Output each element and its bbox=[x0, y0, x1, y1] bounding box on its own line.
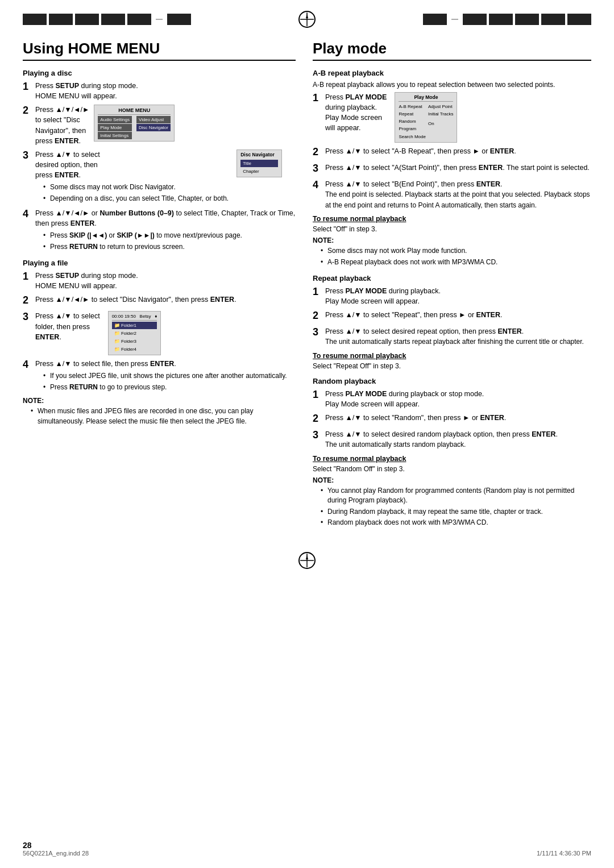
ab-repeat-intro: A-B repeat playback allows you to repeat… bbox=[313, 81, 591, 89]
header-right-boxes bbox=[423, 14, 591, 25]
file-step-num-1: 1 bbox=[23, 269, 35, 291]
rp-step-1: 1 Press PLAY MODE during playback. Play … bbox=[313, 286, 591, 306]
rp-step-num-2: 2 bbox=[313, 309, 325, 323]
step-num-3: 3 bbox=[23, 148, 35, 205]
disc-step-1: 1 Press SETUP during stop mode. HOME MEN… bbox=[23, 81, 296, 101]
disc-nav-screenshot: Disc Navigator Title Chapter bbox=[237, 149, 282, 177]
rand-step-3-content: Press ▲/▼ to select desired random playb… bbox=[325, 429, 591, 450]
playing-file-section: Playing a file 1 Press SETUP during stop… bbox=[23, 259, 296, 426]
file-step-3: 3 Press ▲/▼ to select folder, then press… bbox=[23, 311, 296, 355]
footer-right: 1/11/11 4:36:30 PM bbox=[537, 850, 591, 857]
ab-step-2-content: Press ▲/▼ to select "A-B Repeat", then p… bbox=[325, 146, 591, 159]
left-column: Using HOME MENU Playing a disc 1 Press S… bbox=[23, 40, 296, 529]
ab-note-list: Some discs may not work Play mode functi… bbox=[313, 246, 591, 267]
rp-resume-label: To resume normal playback bbox=[313, 352, 591, 360]
rp-step-num-1: 1 bbox=[313, 285, 325, 306]
disc-step-1-content: Press SETUP during stop mode. HOME MENU … bbox=[35, 81, 296, 101]
file-step-1: 1 Press SETUP during stop mode. HOME MEN… bbox=[23, 271, 296, 291]
ab-step-4-content: Press ▲/▼ to select "B(End Point)", then… bbox=[325, 179, 591, 210]
rp-step-3-content: Press ▲/▼ to select desired repeat optio… bbox=[325, 326, 591, 347]
header-box-6 bbox=[167, 14, 191, 25]
file-nav-screenshot: 00:00 19:50 Betsy ♦ 📁 Folder1 📁 Folder2 … bbox=[108, 311, 161, 355]
header-box-2 bbox=[49, 14, 73, 25]
repeat-playback-section: Repeat playback 1 Press PLAY MODE during… bbox=[313, 274, 591, 370]
ab-step-num-2: 2 bbox=[313, 145, 325, 159]
rand-resume-label: To resume normal playback bbox=[313, 455, 591, 463]
rand-step-2: 2 Press ▲/▼ to select "Random", then pre… bbox=[313, 413, 591, 426]
svg-marker-7 bbox=[306, 555, 308, 559]
right-section-title: Play mode bbox=[313, 40, 591, 61]
header-left-boxes bbox=[23, 14, 191, 25]
main-content: Using HOME MENU Playing a disc 1 Press S… bbox=[0, 34, 614, 540]
header-rbox-3 bbox=[489, 14, 513, 25]
file-step-2-content: Press ▲/▼/◄/► to select "Disc Navigator"… bbox=[35, 294, 296, 308]
ab-step-num-3: 3 bbox=[313, 161, 325, 176]
ab-step-3-content: Press ▲/▼ to select "A(Start Point)", th… bbox=[325, 163, 591, 176]
rand-note-label: NOTE: bbox=[313, 476, 591, 484]
header-rbox-4 bbox=[515, 14, 539, 25]
disc-step-3-content: Press ▲/▼ to select desired option, then… bbox=[35, 149, 296, 205]
rand-step-num-1: 1 bbox=[313, 388, 325, 409]
ab-step-3: 3 Press ▲/▼ to select "A(Start Point)", … bbox=[313, 163, 591, 176]
rand-step-1-content: Press PLAY MODE during playback or stop … bbox=[325, 389, 591, 409]
bottom-compass-area bbox=[0, 551, 614, 570]
ab-repeat-heading: A-B repeat playback bbox=[313, 69, 591, 77]
disc-step-4: 4 Press ▲/▼/◄/► or Number Buttons (0–9) … bbox=[23, 208, 296, 253]
rand-resume-text: Select "Random Off" in step 3. bbox=[313, 465, 591, 473]
ab-step-1: 1 Press PLAY MODE during playback. Play … bbox=[313, 92, 591, 143]
rand-note-1: You cannot play Random for programmed co… bbox=[321, 486, 591, 506]
ab-note-2: A-B Repeat playback does not work with M… bbox=[321, 258, 591, 267]
ab-step-num-4: 4 bbox=[313, 178, 325, 210]
file-note-label: NOTE: bbox=[23, 397, 296, 405]
rp-step-2-content: Press ▲/▼ to select "Repeat", then press… bbox=[325, 310, 591, 323]
file-step-3-content: Press ▲/▼ to select folder, then press E… bbox=[35, 311, 296, 355]
header-rbox-2 bbox=[463, 14, 487, 25]
file-step-1-content: Press SETUP during stop mode. HOME MENU … bbox=[35, 271, 296, 291]
rand-step-3: 3 Press ▲/▼ to select desired random pla… bbox=[313, 429, 591, 450]
file-step-num-2: 2 bbox=[23, 293, 35, 308]
svg-marker-3 bbox=[306, 14, 308, 18]
header-bar bbox=[0, 0, 614, 34]
rp-step-1-content: Press PLAY MODE during playback. Play Mo… bbox=[325, 286, 591, 306]
ab-step-4: 4 Press ▲/▼ to select "B(End Point)", th… bbox=[313, 179, 591, 210]
step-num-1: 1 bbox=[23, 80, 35, 101]
header-box-5 bbox=[127, 14, 151, 25]
page-number: 28 bbox=[23, 841, 32, 850]
ab-resume-label: To resume normal playback bbox=[313, 215, 591, 223]
rp-step-num-3: 3 bbox=[313, 325, 325, 347]
header-rbox-6 bbox=[567, 14, 591, 25]
header-rbox-5 bbox=[541, 14, 565, 25]
header-box-4 bbox=[101, 14, 125, 25]
playing-file-heading: Playing a file bbox=[23, 259, 296, 267]
header-rbox-1 bbox=[423, 14, 447, 25]
rand-note-3: Random playback does not work with MP3/W… bbox=[321, 518, 591, 528]
rp-step-2: 2 Press ▲/▼ to select "Repeat", then pre… bbox=[313, 310, 591, 323]
rand-step-2-content: Press ▲/▼ to select "Random", then press… bbox=[325, 413, 591, 426]
file-step-4: 4 Press ▲/▼ to select file, then press E… bbox=[23, 359, 296, 393]
random-heading: Random playback bbox=[313, 377, 591, 385]
header-box-1 bbox=[23, 14, 47, 25]
step-num-2: 2 bbox=[23, 103, 35, 146]
file-note-list: When music files and JPEG files are reco… bbox=[23, 406, 296, 426]
random-playback-section: Random playback 1 Press PLAY MODE during… bbox=[313, 377, 591, 528]
ab-resume-text: Select "Off" in step 3. bbox=[313, 225, 591, 233]
left-section-title: Using HOME MENU bbox=[23, 40, 296, 61]
rp-step-3: 3 Press ▲/▼ to select desired repeat opt… bbox=[313, 326, 591, 347]
disc-step-4-content: Press ▲/▼/◄/► or Number Buttons (0–9) to… bbox=[35, 208, 296, 253]
file-step-num-3: 3 bbox=[23, 310, 35, 355]
rand-step-num-2: 2 bbox=[313, 412, 325, 426]
right-column: Play mode A-B repeat playback A-B repeat… bbox=[313, 40, 591, 529]
rand-note-2: During Random playback, it may repeat th… bbox=[321, 507, 591, 517]
ab-step-2: 2 Press ▲/▼ to select "A-B Repeat", then… bbox=[313, 146, 591, 159]
play-mode-screenshot: Play Mode A-B Repeat Repeat Random Progr… bbox=[395, 92, 457, 143]
file-step-4-content: Press ▲/▼ to select file, then press ENT… bbox=[35, 359, 296, 393]
header-box-3 bbox=[75, 14, 99, 25]
ab-repeat-section: A-B repeat playback A-B repeat playback … bbox=[313, 69, 591, 267]
ab-note-1: Some discs may not work Play mode functi… bbox=[321, 246, 591, 256]
ab-note-label: NOTE: bbox=[313, 236, 591, 244]
disc-step-3: 3 Press ▲/▼ to select desired option, th… bbox=[23, 149, 296, 205]
playing-disc-section: Playing a disc 1 Press SETUP during stop… bbox=[23, 69, 296, 253]
bottom-compass-icon bbox=[298, 551, 316, 570]
rp-resume-text: Select "Repeat Off" in step 3. bbox=[313, 362, 591, 370]
compass-icon bbox=[298, 10, 316, 28]
